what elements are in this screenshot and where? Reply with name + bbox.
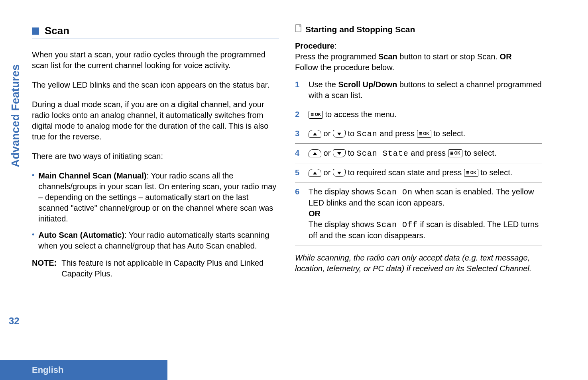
ok-key-icon: ≣ OK: [464, 169, 478, 177]
or-word: OR: [309, 209, 321, 218]
list-item: • Main Channel Scan (Manual): Your radio…: [32, 170, 279, 224]
lcd-text: Scan State: [357, 149, 409, 158]
footer-language: English: [32, 364, 63, 376]
text: to access the menu.: [323, 110, 397, 119]
footer-language-bar: English: [0, 360, 167, 380]
bullet-dot-icon: •: [32, 230, 34, 251]
procedure-intro: Procedure: Press the programmed Scan but…: [295, 41, 542, 73]
subheading-row: Starting and Stopping Scan: [295, 24, 542, 35]
step-4: 4 or to Scan State and press ≣ OK to sel…: [295, 144, 542, 163]
step-number: 6: [295, 186, 302, 241]
or-word: OR: [500, 52, 512, 61]
text: or: [321, 149, 333, 157]
scan-word: Scan: [378, 52, 397, 61]
step-body: Use the Scroll Up/Down buttons to select…: [309, 79, 542, 101]
left-column: Scan When you start a scan, your radio c…: [32, 24, 279, 283]
step-number: 5: [295, 167, 302, 178]
step-number: 4: [295, 148, 302, 159]
note-label: NOTE:: [32, 258, 57, 279]
note-text: This feature is not applicable in Capaci…: [61, 258, 279, 279]
document-icon: [295, 24, 301, 35]
section-heading-scan: Scan: [32, 24, 279, 39]
text: or: [321, 129, 333, 138]
step-6: 6 The display shows Scan On when scan is…: [295, 182, 542, 245]
step-1: 1 Use the Scroll Up/Down buttons to sele…: [295, 75, 542, 105]
lcd-text: Scan Off: [376, 220, 418, 229]
step-body: or to required scan state and press ≣ OK…: [309, 167, 542, 178]
lcd-text: Scan On: [376, 188, 413, 197]
text: The display shows: [309, 220, 376, 229]
text: Press the programmed: [295, 52, 378, 61]
step-3: 3 or to Scan and press ≣ OK to select.: [295, 124, 542, 144]
text: to required scan state and press: [346, 168, 464, 177]
text: and press: [409, 149, 448, 157]
up-arrow-icon: [309, 130, 321, 138]
colon: :: [334, 41, 337, 50]
bullet-bold: Main Channel Scan (Manual): [38, 171, 146, 180]
paragraph: There are two ways of initiating scan:: [32, 151, 279, 162]
step-number: 1: [295, 79, 302, 101]
text: or: [321, 168, 333, 177]
step-5: 5 or to required scan state and press ≣ …: [295, 163, 542, 182]
bullet-text: Auto Scan (Automatic): Your radio automa…: [38, 230, 279, 251]
bullet-text: Main Channel Scan (Manual): Your radio s…: [38, 170, 279, 224]
list-item: • Auto Scan (Automatic): Your radio auto…: [32, 230, 279, 251]
down-arrow-icon: [333, 130, 346, 138]
lcd-text: Scan: [357, 129, 378, 139]
text: button to start or stop Scan.: [397, 52, 500, 61]
text: to select.: [478, 168, 513, 177]
paragraph: The yellow LED blinks and the scan icon …: [32, 80, 279, 90]
tail-note: While scanning, the radio can only accep…: [295, 253, 542, 274]
bullet-bold: Auto Scan (Automatic): [38, 231, 124, 239]
heading-bullet-icon: [32, 27, 39, 35]
text: The display shows: [309, 187, 376, 196]
down-arrow-icon: [333, 169, 346, 177]
text: and press: [378, 129, 417, 138]
note-block: NOTE: This feature is not applicable in …: [32, 258, 279, 279]
step-body: ≣ OK to access the menu.: [309, 109, 542, 120]
bullet-dot-icon: •: [32, 170, 34, 224]
paragraph: When you start a scan, your radio cycles…: [32, 49, 279, 71]
procedure-label: Procedure: [295, 41, 334, 50]
ok-key-icon: ≣ OK: [448, 149, 462, 157]
step-number: 3: [295, 128, 302, 139]
text: to select.: [462, 149, 497, 157]
step-number: 2: [295, 109, 302, 120]
bullet-list: • Main Channel Scan (Manual): Your radio…: [32, 170, 279, 251]
step-body: or to Scan State and press ≣ OK to selec…: [309, 148, 542, 159]
step-body: The display shows Scan On when scan is e…: [309, 186, 542, 241]
text: to: [346, 149, 357, 157]
right-column: Starting and Stopping Scan Procedure: Pr…: [295, 24, 542, 283]
up-arrow-icon: [309, 149, 321, 157]
paragraph: During a dual mode scan, if you are on a…: [32, 99, 279, 142]
procedure-steps: 1 Use the Scroll Up/Down buttons to sele…: [295, 75, 542, 245]
heading-text: Scan: [45, 24, 69, 38]
down-arrow-icon: [333, 149, 346, 157]
ok-key-icon: ≣ OK: [309, 111, 323, 119]
up-arrow-icon: [309, 169, 321, 177]
sidebar-section-label: Advanced Features: [8, 65, 23, 167]
text: to select.: [431, 129, 466, 138]
bold-text: Scroll Up/Down: [338, 80, 397, 89]
text: Follow the procedure below.: [295, 63, 394, 72]
page-number: 32: [9, 315, 20, 327]
step-body: or to Scan and press ≣ OK to select.: [309, 128, 542, 139]
subheading-text: Starting and Stopping Scan: [305, 24, 415, 35]
text: to: [346, 129, 357, 138]
text: Use the: [309, 80, 338, 89]
ok-key-icon: ≣ OK: [417, 130, 431, 138]
step-2: 2 ≣ OK to access the menu.: [295, 105, 542, 124]
